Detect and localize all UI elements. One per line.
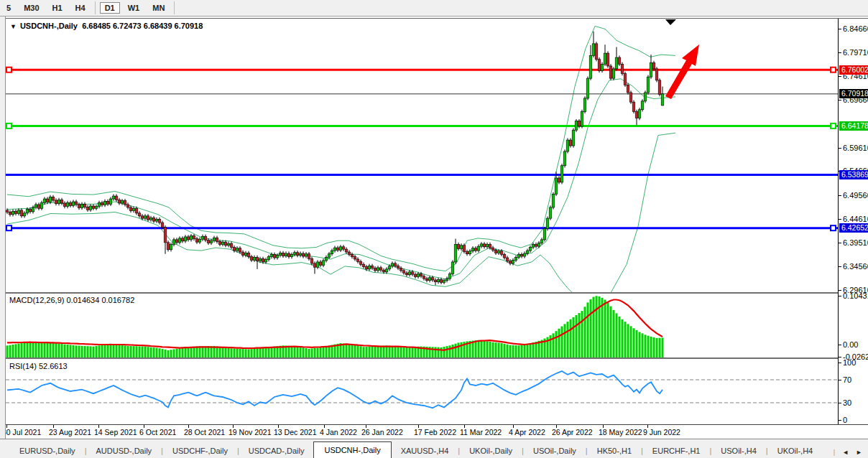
trend-arrow-annotation [665, 45, 699, 99]
axis-tick-mark [839, 380, 841, 380]
axis-tick-mark [839, 290, 841, 291]
price-badge-6.42652: 6.42652 [839, 223, 868, 233]
toolbar-separator [95, 1, 96, 14]
price-tick-label: 6.34560 [843, 262, 868, 271]
bollinger-upper-band [7, 26, 675, 271]
rsi-tick-label: 70 [843, 375, 851, 384]
price-tick-label: 6.59610 [843, 144, 868, 152]
price-tick-label: 6.84660 [843, 24, 868, 33]
chevron-down-icon: ▼ [10, 23, 17, 30]
axis-tick-mark [839, 363, 841, 363]
timeframe-button-H1[interactable]: H1 [47, 2, 68, 14]
price-tick-label: 6.39510 [843, 238, 868, 247]
rsi-tick-label: 0 [843, 416, 847, 424]
axis-tick-mark [839, 148, 841, 149]
timeframe-button-MN[interactable]: MN [147, 2, 170, 14]
price-axis[interactable]: 6.846606.797106.746106.696606.596106.546… [838, 19, 868, 424]
price-badge-6.64178: 6.64178 [839, 121, 868, 131]
timeframe-button-W1[interactable]: W1 [123, 2, 145, 14]
axis-tick-mark [839, 403, 841, 403]
rsi-indicator-label: RSI(14) 52.6613 [9, 362, 68, 370]
chart-tab-hk50-h1[interactable]: HK50-,H1 [588, 444, 641, 458]
axis-tick-mark [839, 345, 841, 345]
hline-right-marker [831, 225, 836, 230]
tab-separator: | [834, 449, 835, 456]
date-label: 17 Feb 2022 [414, 428, 456, 436]
chart-symbol: USDCNH-,Daily [20, 22, 78, 30]
tab-scroll-left-icon[interactable]: ◄ [842, 449, 849, 456]
date-label: 26 Apr 2022 [552, 428, 593, 436]
chart-tab-eurusd-daily[interactable]: EURUSD-,Daily [10, 444, 85, 458]
axis-tick-mark [839, 195, 841, 196]
date-label: 6 Oct 2021 [139, 428, 176, 436]
date-label: 9 Jun 2022 [643, 428, 680, 436]
chart-tab-usdchf-daily[interactable]: USDCHF-,Daily [163, 444, 237, 458]
chart-tab-usdcad-daily[interactable]: USDCAD-,Daily [239, 444, 314, 458]
price-chart-pane[interactable] [6, 19, 838, 292]
chart-tab-eurchf-h1[interactable]: EURCHF-,H1 [643, 444, 710, 458]
bollinger-lower-band [7, 133, 675, 292]
chart-tab-audusd-daily[interactable]: AUDUSD-,Daily [86, 444, 161, 458]
macd-tick-label: 0.00 [843, 340, 858, 349]
tab-scroll-controls: |◄► [828, 449, 868, 458]
window-left-frame [0, 17, 6, 439]
hline-right-marker [831, 123, 836, 128]
axis-tick-mark [839, 76, 841, 77]
chart-tab-xauusd-h4[interactable]: XAUUSD-,H4 [392, 444, 458, 458]
date-label: 14 Sep 2021 [94, 428, 137, 436]
macd-tick-label: 0.104313 [843, 291, 868, 300]
timeframe-button-D1[interactable]: D1 [100, 2, 120, 14]
price-badge-6.53869: 6.53869 [839, 170, 868, 179]
hline-left-marker [6, 123, 11, 128]
chart-tab-usdcnh-daily[interactable]: USDCNH-,Daily [313, 441, 391, 458]
date-axis[interactable]: 30 Jul 202123 Aug 202114 Sep 20216 Oct 2… [6, 425, 868, 439]
rsi-tick-label: 30 [843, 398, 851, 407]
hline-right-marker [831, 67, 836, 73]
date-label: 26 Jan 2022 [361, 428, 403, 436]
axis-tick-mark [839, 29, 841, 29]
timeframe-toolbar: 5M30H1H4D1W1MN [0, 0, 868, 17]
hline-left-marker [6, 225, 11, 230]
timeframe-button-5[interactable]: 5 [1, 2, 16, 14]
price-tick-label: 6.44610 [843, 215, 868, 223]
timeframe-button-M30[interactable]: M30 [19, 2, 44, 14]
axis-tick-mark [839, 52, 841, 53]
price-badge-6.76002: 6.76002 [839, 65, 868, 75]
axis-tick-mark [839, 420, 841, 421]
chart-ohlc-values: 6.68485 6.72473 6.68439 6.70918 [82, 22, 203, 30]
rsi-pane[interactable] [6, 359, 838, 424]
rsi-tick-label: 100 [843, 358, 856, 367]
chart-tab-usoil-daily[interactable]: USOil-,Daily [524, 444, 586, 458]
price-tick-label: 6.79710 [843, 48, 868, 57]
hline-left-marker [6, 67, 11, 73]
axis-tick-mark [839, 296, 841, 296]
date-label: 28 Oct 2021 [184, 428, 225, 436]
tab-scroll-right-icon[interactable]: ► [856, 449, 862, 456]
date-label: 13 Dec 2021 [274, 428, 317, 436]
axis-tick-mark [839, 357, 841, 357]
timeframe-button-H4[interactable]: H4 [70, 2, 91, 14]
date-label: 19 Nov 2021 [228, 428, 272, 436]
axis-tick-mark [839, 219, 841, 220]
macd-histogram [6, 296, 664, 357]
mt4-window: 5M30H1H4D1W1MN ▼USDCNH-,Daily 6.68485 6.… [0, 0, 868, 458]
date-label: 23 Aug 2021 [49, 428, 91, 436]
down-arrow-marker-icon [665, 19, 676, 25]
date-label: 11 Mar 2022 [460, 428, 502, 436]
chart-tab-ukoil-daily[interactable]: UKOil-,Daily [460, 444, 522, 458]
axis-tick-mark [839, 100, 841, 101]
axis-tick-mark [839, 243, 841, 243]
toolbar-separator [174, 1, 175, 14]
macd-indicator-label: MACD(12,26,9) 0.014634 0.016782 [9, 296, 134, 304]
date-label: 4 Jan 2022 [320, 428, 357, 436]
chart-title: ▼USDCNH-,Daily 6.68485 6.72473 6.68439 6… [10, 22, 203, 30]
price-badge-6.70918: 6.70918 [839, 89, 868, 98]
price-tick-label: 6.49560 [843, 191, 868, 200]
chart-tab-bar: EURUSD-,Daily|AUDUSD-,Daily|USDCHF-,Dail… [0, 439, 868, 458]
chart-tab-ukoil-h4[interactable]: UKOil-,H4 [768, 444, 823, 458]
axis-tick-mark [839, 266, 841, 267]
date-label: 18 May 2022 [599, 428, 642, 436]
date-label: 4 Apr 2022 [509, 428, 545, 436]
chart-tab-usoil-h4[interactable]: USOil-,H4 [711, 444, 766, 458]
date-label: 30 Jul 2021 [6, 428, 41, 436]
